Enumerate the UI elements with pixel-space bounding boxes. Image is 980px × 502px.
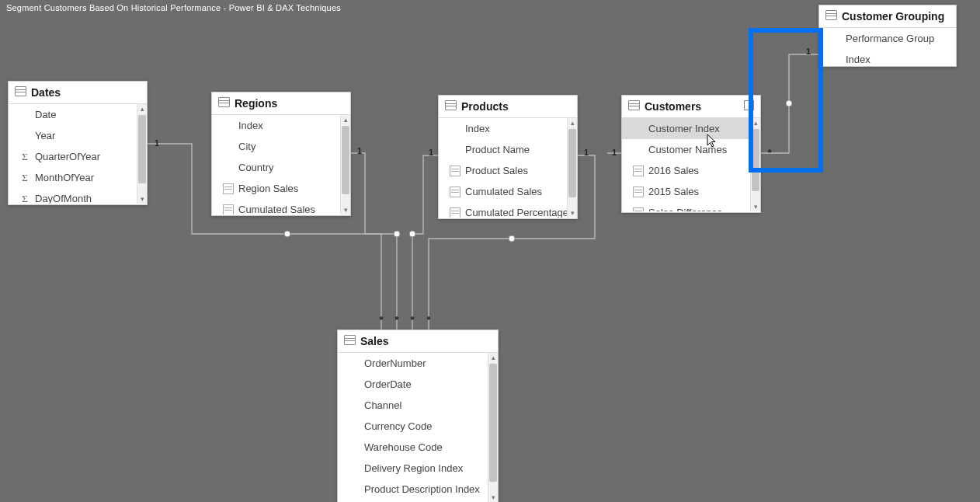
scroll-thumb[interactable] (489, 364, 497, 482)
field-row[interactable]: OrderNumber (338, 353, 498, 374)
cardinality-dates: 1 (151, 138, 162, 148)
sigma-icon: Σ (19, 173, 30, 183)
field-row[interactable]: 2015 Sales (622, 181, 760, 202)
svg-point-4 (786, 100, 792, 106)
field-row[interactable]: Delivery Region Index (338, 458, 498, 479)
field-row[interactable]: Region Sales (212, 178, 350, 199)
table-title: Customers (645, 100, 701, 113)
cardinality-sales-d: * (423, 314, 434, 326)
scroll-thumb[interactable] (752, 129, 759, 191)
scroll-up-icon[interactable]: ▴ (568, 118, 577, 127)
model-canvas[interactable]: Segment Customers Based On Historical Pe… (0, 0, 980, 502)
field-row[interactable]: Product Name (439, 139, 577, 160)
measure-icon (450, 166, 460, 176)
field-label: Date (35, 109, 56, 120)
field-row[interactable]: Product Sales (439, 160, 577, 181)
field-row[interactable]: Product Description Index (338, 479, 498, 500)
cardinality-sales-b: * (391, 314, 402, 326)
table-header[interactable]: Products (439, 96, 577, 118)
scroll-up-icon[interactable]: ▴ (488, 353, 498, 362)
field-row[interactable]: ΣDayOfMonth (9, 188, 147, 204)
scrollbar[interactable]: ▴▾ (340, 115, 350, 214)
field-label: 2015 Sales (648, 186, 699, 197)
table-header[interactable]: Dates (9, 82, 147, 104)
table-header[interactable]: Customer Grouping (819, 5, 956, 28)
field-row[interactable]: City (212, 136, 350, 157)
field-row[interactable]: Cumulated Sales (212, 199, 350, 214)
field-label: OrderNumber (364, 357, 426, 369)
field-label: Warehouse Code (364, 441, 443, 453)
scroll-thumb[interactable] (568, 129, 576, 197)
measure-icon (223, 204, 234, 215)
field-row[interactable]: Cumulated Percentage (439, 202, 577, 218)
field-row[interactable]: Channel (338, 395, 498, 416)
field-row[interactable]: Date (9, 104, 147, 125)
table-header[interactable]: Regions (212, 92, 350, 115)
field-row[interactable]: Customer Index (622, 118, 760, 139)
field-row[interactable]: Warehouse Code (338, 437, 498, 458)
field-label: Year (35, 130, 55, 141)
related-view-icon[interactable] (744, 100, 754, 113)
field-label: Customer Index (648, 123, 720, 134)
table-sales[interactable]: SalesOrderNumberOrderDateChannelCurrency… (337, 329, 499, 502)
table-icon (628, 100, 640, 113)
field-row[interactable]: Country (212, 157, 350, 178)
scroll-up-icon[interactable]: ▴ (341, 115, 350, 124)
field-row[interactable]: ΣQuarterOfYear (9, 146, 147, 167)
measure-icon (450, 207, 460, 218)
scroll-down-icon[interactable]: ▾ (137, 194, 147, 204)
cardinality-sales-c: * (407, 314, 418, 326)
table-customers[interactable]: CustomersCustomer IndexCustomer Names201… (621, 95, 761, 213)
field-label: Cumulated Sales (465, 186, 542, 197)
scrollbar[interactable]: ▴▾ (488, 353, 498, 502)
table-icon (344, 335, 356, 347)
scroll-up-icon[interactable]: ▴ (751, 118, 760, 127)
field-label: OrderDate (364, 378, 412, 390)
field-row[interactable]: Index (439, 118, 577, 139)
field-row[interactable]: Cumulated Sales (439, 181, 577, 202)
table-header[interactable]: Customers (622, 96, 760, 118)
scroll-down-icon[interactable]: ▾ (341, 205, 350, 214)
scroll-down-icon[interactable]: ▾ (751, 202, 760, 211)
sigma-icon: Σ (19, 193, 30, 204)
field-row[interactable]: OrderDate (338, 374, 498, 395)
svg-point-0 (284, 231, 290, 237)
field-label: Product Sales (465, 165, 528, 176)
table-dates[interactable]: DatesDateYearΣQuarterOfYearΣMonthOfYearΣ… (8, 81, 148, 205)
field-label: MonthOfYear (35, 172, 94, 183)
scrollbar[interactable]: ▴▾ (750, 118, 760, 211)
scrollbar[interactable]: ▴▾ (567, 118, 577, 218)
field-row[interactable]: Index (212, 115, 350, 136)
table-title: Customer Grouping (842, 10, 944, 23)
cardinality-customers-right: * (764, 147, 775, 159)
cardinality-grouping: 1 (803, 47, 814, 56)
field-label: Performance Group (846, 33, 934, 44)
scroll-down-icon[interactable]: ▾ (488, 493, 498, 502)
scroll-thumb[interactable] (138, 115, 146, 183)
scrollbar[interactable]: ▴▾ (137, 104, 147, 204)
field-row[interactable]: Performance Group (819, 28, 956, 49)
field-list: OrderNumberOrderDateChannelCurrency Code… (338, 353, 498, 502)
scroll-down-icon[interactable]: ▾ (568, 208, 577, 218)
table-header[interactable]: Sales (338, 330, 498, 353)
sigma-icon: Σ (19, 152, 30, 162)
field-list: IndexProduct NameProduct SalesCumulated … (439, 118, 577, 218)
field-row[interactable]: 2016 Sales (622, 160, 760, 181)
field-row[interactable]: ΣMonthOfYear (9, 167, 147, 188)
table-title: Products (461, 100, 509, 113)
field-label: Index (846, 54, 871, 65)
table-icon (825, 10, 837, 23)
table-customer-grouping[interactable]: Customer GroupingPerformance GroupIndex (818, 5, 957, 67)
field-row[interactable]: Currency Code (338, 416, 498, 437)
field-label: Cumulated Percentage (465, 207, 568, 218)
field-row[interactable]: Index (819, 49, 956, 65)
field-row[interactable]: Customer Names (622, 139, 760, 160)
scroll-thumb[interactable] (342, 126, 349, 194)
table-title: Sales (360, 335, 389, 347)
field-row[interactable]: Sales Difference (622, 202, 760, 211)
measure-icon (633, 166, 644, 176)
field-row[interactable]: Year (9, 125, 147, 146)
scroll-up-icon[interactable]: ▴ (137, 104, 147, 113)
table-products[interactable]: ProductsIndexProduct NameProduct SalesCu… (438, 95, 578, 219)
table-regions[interactable]: RegionsIndexCityCountryRegion SalesCumul… (211, 92, 351, 216)
